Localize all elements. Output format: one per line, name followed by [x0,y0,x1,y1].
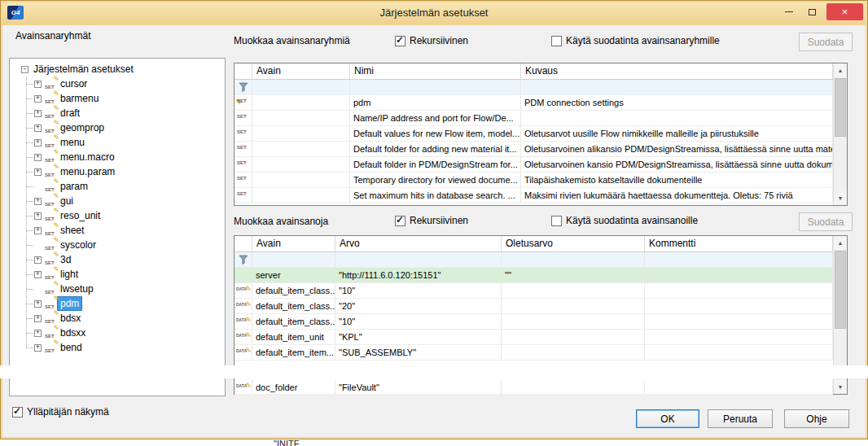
keywords-filter-button[interactable]: Suodata [799,212,853,231]
scrollbar-thumb[interactable] [835,251,846,329]
tree-item-label[interactable]: bend [58,341,85,354]
cancel-button[interactable]: Peruuta [708,409,773,428]
filter-cell[interactable] [252,80,350,94]
expander-icon[interactable] [34,168,42,176]
cell-oletusarvo[interactable] [502,345,645,360]
expander-icon[interactable] [34,198,42,205]
cell-kommentti[interactable] [645,268,833,282]
tree-root-label[interactable]: Järjestelmän asetukset [31,63,136,76]
tree-item-reso-unit[interactable]: reso_unit [10,208,225,223]
tree-item-syscolor[interactable]: syscolor [10,238,225,252]
column-header-avain[interactable]: Avain [252,63,350,79]
cell-kuvaus[interactable]: Tilapäishakemisto katseltaville dokument… [521,173,833,187]
cell-avain[interactable] [252,126,350,141]
scrollbar-thumb[interactable] [835,78,846,137]
cell-nimi[interactable]: Default folder in PDM/DesignStream for..… [350,157,521,172]
groups-use-filter-checkbox[interactable]: Käytä suodatinta avainsanaryhmille [551,35,720,46]
expander-icon[interactable] [34,271,42,278]
table-row[interactable]: Default folder in PDM/DesignStream for..… [235,157,833,173]
scroll-up-icon[interactable]: ▲ [834,63,847,77]
tree-item-label[interactable]: menu.macro [58,151,117,164]
column-header-kommentti[interactable]: Kommentti [645,236,833,251]
tree-item-label[interactable]: sheet [58,224,86,237]
tree-root[interactable]: Järjestelmän asetukset [10,62,225,77]
column-header-icon[interactable] [235,236,252,251]
ok-button[interactable]: OK [636,409,699,428]
tree-item-label[interactable]: draft [58,107,82,120]
cell-kommentti[interactable] [645,314,833,329]
checkbox-checked-icon[interactable] [395,216,406,226]
cell-kuvaus[interactable]: PDM connection settings [521,95,833,110]
table-row[interactable]: Name/IP address and port for Flow/De... [235,111,833,126]
cell-nimi[interactable]: Default values for new Flow item, model.… [350,126,521,141]
filter-row[interactable] [235,80,833,95]
table-row[interactable]: Set maximum hits in database search. ...… [235,188,833,203]
expander-icon[interactable] [34,300,42,308]
tree-item-menu[interactable]: menu [10,135,225,150]
column-header-avain[interactable]: Avain [252,236,335,251]
tree-item-label[interactable]: cursor [58,77,90,90]
checkbox-checked-icon[interactable] [395,36,406,46]
cell-avain[interactable]: default_item_unit [252,330,335,344]
cell-kuvaus[interactable]: Oletusarvoinen alikansio PDM/DesignStrea… [521,142,833,156]
checkbox-checked-icon[interactable] [12,407,23,418]
cell-oletusarvo[interactable] [502,299,645,313]
cell-arvo[interactable]: "http://111.6.0.120:15151" [335,268,502,282]
table-row[interactable]: Default folder for adding new material i… [235,142,833,157]
expander-icon[interactable] [34,344,42,352]
cell-kommentti[interactable] [645,330,833,344]
scroll-up-icon[interactable]: ▲ [834,236,847,250]
tree-item-light[interactable]: light [10,267,225,282]
cell-arvo[interactable]: "10" [335,314,502,329]
tree-item-cursor[interactable]: cursor [10,77,225,91]
checkbox-unchecked-icon[interactable] [551,216,562,226]
cell-avain[interactable] [252,188,350,203]
filter-cell[interactable] [252,252,335,267]
expander-icon[interactable] [34,125,42,132]
cell-nimi[interactable]: Set maximum hits in database search. ... [350,188,521,203]
expander-icon[interactable] [34,154,42,161]
tree-item-label[interactable]: 3d [58,253,73,266]
cell-avain[interactable]: default_item_class... [252,283,335,298]
tree-item-label[interactable]: reso_unit [58,209,103,222]
column-header-oletusarvo[interactable]: Oletusarvo [502,236,645,251]
expander-icon[interactable] [34,81,42,88]
minimize-button[interactable] [777,3,800,20]
tree-item-label-selected[interactable]: pdm [58,297,81,310]
cell-nimi[interactable]: pdm [350,95,521,110]
tree-item-label[interactable]: bdsxx [58,326,88,339]
expander-icon[interactable] [34,212,42,220]
tree-item-draft[interactable]: draft [10,106,225,120]
cell-avain[interactable]: default_item_class... [252,314,335,329]
groups-filter-button[interactable]: Suodata [799,33,853,51]
expander-icon[interactable] [34,95,42,103]
cell-avain[interactable] [252,111,350,125]
admin-view-checkbox[interactable]: Ylläpitäjän näkymä [12,406,109,418]
filter-cell[interactable] [521,80,833,94]
expander-icon[interactable] [34,110,42,117]
tree-item-param[interactable]: param [10,179,225,194]
cell-kuvaus[interactable]: Oletusarvot uusille Flow nimikkeille mal… [521,126,833,141]
cell-avain[interactable] [252,95,350,110]
cell-nimi[interactable]: Name/IP address and port for Flow/De... [350,111,521,125]
expander-icon[interactable] [34,256,42,264]
cell-avain[interactable] [252,173,350,187]
cell-nimi[interactable]: Temporary directory for viewed docume... [350,173,521,187]
cell-kommentti[interactable] [645,299,833,313]
cell-avain[interactable]: default_item_item... [252,345,335,360]
tree-item-label[interactable]: bdsx [58,312,83,325]
tree-item-lwsetup[interactable]: lwsetup [10,282,225,296]
tree-item-label[interactable]: lwsetup [58,282,96,295]
table-row[interactable]: default_item_class... "20" [235,299,833,314]
groups-recursive-checkbox[interactable]: Rekursiivinen [395,35,468,46]
column-header-kuvaus[interactable]: Kuvaus [521,63,833,79]
scroll-down-icon[interactable]: ▼ [834,380,847,394]
tree-item-geomprop[interactable]: geomprop [10,120,225,135]
checkbox-unchecked-icon[interactable] [551,36,562,46]
tree-item-label[interactable]: geomprop [58,121,107,134]
cell-arvo[interactable]: "SUB_ASSEMBLY" [335,345,502,360]
cell-arvo[interactable]: "KPL" [335,330,502,344]
tree-item-menu-macro[interactable]: menu.macro [10,150,225,164]
expander-icon[interactable] [34,139,42,146]
expander-icon[interactable] [21,66,28,73]
